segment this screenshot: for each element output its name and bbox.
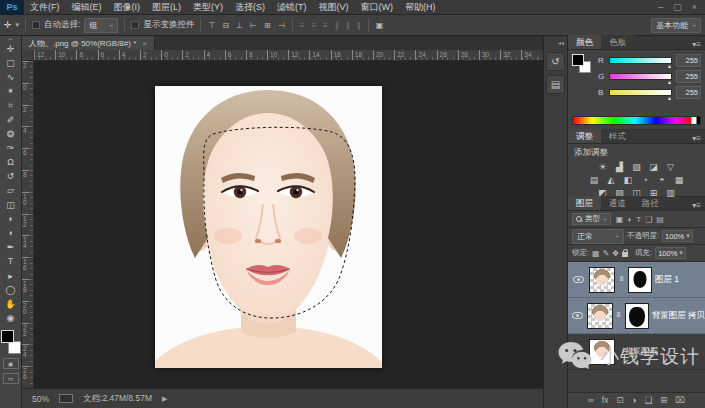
layer-thumbnail[interactable] bbox=[587, 303, 613, 329]
panel-menu-icon[interactable]: ▾≡ bbox=[692, 134, 705, 143]
tool-preset-arrow-icon[interactable]: ▾ bbox=[16, 21, 20, 29]
ruler-corner[interactable] bbox=[22, 50, 34, 61]
move-tool-options-icon[interactable]: ✛ bbox=[4, 20, 12, 30]
menu-item[interactable]: 类型(Y) bbox=[187, 0, 229, 15]
hue-saturation-icon[interactable]: ▤ bbox=[588, 174, 601, 185]
dodge-tool-icon[interactable]: ◖ bbox=[0, 226, 22, 240]
tab-color[interactable]: 颜色 bbox=[568, 35, 601, 49]
new-adjustment-layer-icon[interactable]: ◑ bbox=[632, 396, 637, 405]
shape-tool-icon[interactable]: ◯ bbox=[0, 283, 22, 297]
blue-value-field[interactable]: 255 bbox=[676, 86, 701, 99]
tab-adjustments[interactable]: 调整 bbox=[568, 129, 601, 143]
gradient-tool-icon[interactable]: ◫ bbox=[0, 198, 22, 212]
lock-all-icon[interactable] bbox=[622, 252, 628, 257]
blend-mode-dropdown[interactable]: 正常 ÷ bbox=[572, 229, 624, 244]
levels-icon[interactable]: ▟ bbox=[613, 161, 626, 172]
layer-row[interactable]: 8 图层 1 bbox=[568, 262, 705, 298]
vertical-ruler[interactable]: 202468101214161820222426 bbox=[22, 61, 34, 388]
menu-item[interactable]: 视图(V) bbox=[313, 0, 355, 15]
status-expand-arrow-icon[interactable]: ▶ bbox=[162, 395, 167, 403]
align-vertical-centers-icon[interactable]: ⊟ bbox=[221, 21, 230, 30]
visibility-eye-icon[interactable] bbox=[573, 276, 584, 283]
distribute-vertical-centers-icon[interactable]: ≡ bbox=[310, 21, 317, 30]
photo-filter-icon[interactable]: ◔ bbox=[639, 174, 652, 185]
tab-styles[interactable]: 样式 bbox=[601, 129, 634, 143]
color-lookup-icon[interactable]: ▦ bbox=[673, 174, 686, 185]
auto-select-dropdown[interactable]: 组 ÷ bbox=[84, 18, 118, 33]
tab-paths[interactable]: 路径 bbox=[634, 196, 667, 210]
history-brush-tool-icon[interactable]: ↺ bbox=[0, 170, 22, 184]
layer-thumbnail[interactable] bbox=[589, 267, 615, 293]
brush-tool-icon[interactable]: ✑ bbox=[0, 141, 22, 155]
black-white-icon[interactable]: ◧ bbox=[622, 174, 635, 185]
slider-knob-icon[interactable]: ▴ bbox=[668, 78, 671, 85]
chevron-down-icon[interactable]: ▾ bbox=[679, 249, 683, 257]
layer-name[interactable]: 背景图层 拷贝 bbox=[652, 310, 705, 322]
properties-panel-icon[interactable]: ▤ bbox=[546, 75, 565, 94]
tab-swatches[interactable]: 色板 bbox=[601, 35, 634, 49]
eraser-tool-icon[interactable]: ▱ bbox=[0, 184, 22, 198]
quick-mask-button[interactable]: ◉ bbox=[3, 358, 19, 369]
fill-field[interactable]: 100% ▾ bbox=[655, 247, 686, 259]
layer-mask-thumbnail[interactable] bbox=[628, 267, 652, 293]
lasso-tool-icon[interactable]: ∿ bbox=[0, 70, 22, 84]
menu-item[interactable]: 文件(F) bbox=[24, 0, 66, 15]
marquee-tool-icon[interactable]: ▢ bbox=[0, 56, 22, 70]
layer-name[interactable]: 图层 1 bbox=[655, 274, 679, 286]
eyedropper-tool-icon[interactable]: ✐ bbox=[0, 113, 22, 127]
slider-knob-icon[interactable]: ▴ bbox=[668, 94, 671, 101]
menu-item[interactable]: 选择(S) bbox=[229, 0, 271, 15]
spot-healing-tool-icon[interactable]: ❂ bbox=[0, 127, 22, 141]
new-layer-icon[interactable]: ⊞ bbox=[660, 396, 667, 405]
foreground-color-swatch[interactable] bbox=[572, 54, 584, 66]
screen-mode-button[interactable]: ▭ bbox=[3, 373, 19, 384]
minimize-button[interactable]: – bbox=[658, 2, 663, 12]
add-layer-mask-icon[interactable]: ⊡ bbox=[616, 396, 623, 405]
auto-align-layers-icon[interactable]: ▣ bbox=[375, 21, 385, 30]
channel-mixer-icon[interactable]: ◓ bbox=[656, 174, 669, 185]
color-spectrum-ramp[interactable] bbox=[572, 116, 701, 125]
workspace-switcher[interactable]: 基本功能 ÷ bbox=[651, 18, 701, 33]
horizontal-ruler[interactable]: 121086420246810121416182022242628303234 bbox=[34, 50, 543, 61]
menu-item[interactable]: 窗口(W) bbox=[355, 0, 400, 15]
brightness-contrast-icon[interactable]: ☀ bbox=[596, 161, 609, 172]
lock-position-icon[interactable]: ✥ bbox=[612, 249, 619, 258]
panel-menu-icon[interactable]: ▾≡ bbox=[692, 201, 705, 210]
expand-panels-icon[interactable]: ◂◂ bbox=[558, 39, 567, 46]
auto-select-checkbox[interactable] bbox=[32, 21, 40, 29]
link-layers-icon[interactable]: ∞ bbox=[588, 396, 594, 405]
align-bottom-edges-icon[interactable]: ⊥ bbox=[235, 21, 244, 30]
layer-row[interactable]: 8 背景图层 拷贝 bbox=[568, 298, 705, 334]
green-value-field[interactable]: 255 bbox=[676, 70, 701, 83]
opacity-field[interactable]: 100% ▾ bbox=[662, 230, 693, 242]
filter-type-layers-icon[interactable]: T bbox=[636, 215, 641, 224]
type-tool-icon[interactable]: T bbox=[0, 255, 22, 269]
quick-selection-tool-icon[interactable]: ✶ bbox=[0, 85, 22, 99]
visibility-eye-icon[interactable] bbox=[572, 312, 583, 319]
zoom-tool-icon[interactable]: ◉ bbox=[0, 312, 22, 326]
clone-stamp-tool-icon[interactable]: Ω bbox=[0, 156, 22, 170]
filter-adjustment-layers-icon[interactable]: ◐ bbox=[627, 215, 632, 224]
menu-item[interactable]: 编辑(E) bbox=[66, 0, 108, 15]
vibrance-icon[interactable]: ▽ bbox=[664, 161, 677, 172]
layer-mask-thumbnail[interactable] bbox=[625, 303, 649, 329]
tab-layers[interactable]: 图层 bbox=[568, 196, 601, 210]
align-right-edges-icon[interactable]: ⊣ bbox=[277, 21, 286, 30]
filter-pixel-layers-icon[interactable]: ▣ bbox=[616, 215, 624, 224]
document-tab[interactable]: 人物。.png @ 50%(RGB/8#) * × bbox=[22, 36, 155, 50]
layer-filter-dropdown[interactable]: 类型 ÷ bbox=[572, 213, 611, 225]
menu-item[interactable]: 帮助(H) bbox=[399, 0, 442, 15]
crop-tool-icon[interactable]: ⌗ bbox=[0, 99, 22, 113]
menu-item[interactable]: 图像(I) bbox=[108, 0, 147, 15]
foreground-color-swatch[interactable] bbox=[1, 330, 14, 343]
filter-smart-objects-icon[interactable]: ▤ bbox=[656, 215, 664, 224]
canvas-viewport[interactable] bbox=[34, 61, 543, 388]
lock-paint-icon[interactable]: ✎ bbox=[603, 249, 610, 258]
green-slider[interactable]: ▴ bbox=[609, 73, 672, 80]
path-selection-tool-icon[interactable]: ▸ bbox=[0, 269, 22, 283]
layer-style-icon[interactable]: fx bbox=[602, 396, 609, 405]
exposure-icon[interactable]: ◪ bbox=[647, 161, 660, 172]
red-slider[interactable]: ▴ bbox=[609, 57, 672, 64]
align-top-edges-icon[interactable]: ⊤ bbox=[207, 21, 216, 30]
red-value-field[interactable]: 255 bbox=[676, 54, 701, 67]
